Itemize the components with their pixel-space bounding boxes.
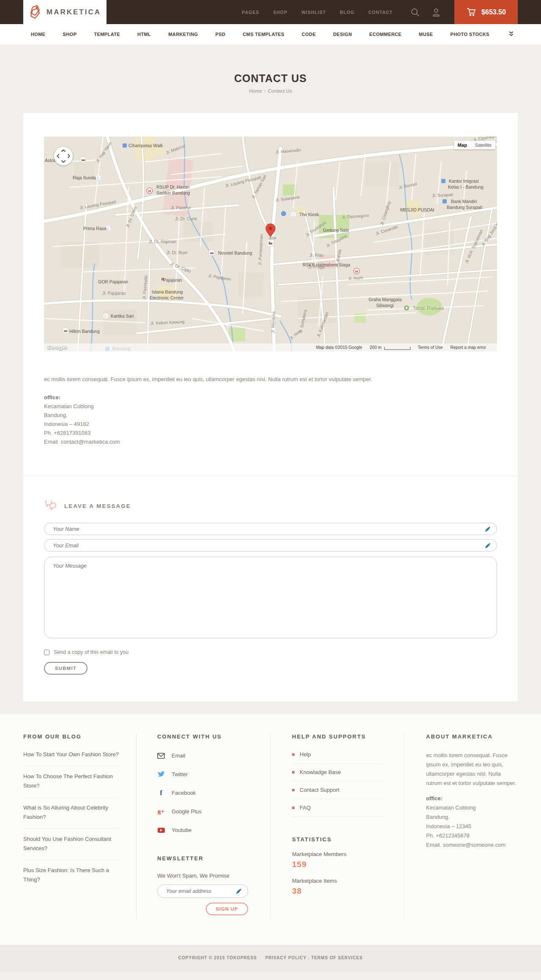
cart-button[interactable]: $653.50 [454, 0, 518, 24]
top-nav-link[interactable]: BLOG [340, 10, 354, 15]
signup-button[interactable]: SIGN UP [206, 903, 248, 915]
breadcrumb-current: Contact Us [268, 88, 292, 93]
map-label: Istana Bandung [152, 289, 183, 294]
svg-text:🍴: 🍴 [291, 213, 295, 217]
address-line: Ph. +62817391083 [44, 428, 497, 437]
map-label: RSUP Dr. Hasan [156, 184, 190, 189]
map-button[interactable]: Map [454, 141, 471, 149]
main-nav-link[interactable]: DESIGN [333, 32, 352, 37]
social-link-facebook[interactable]: fFacebook [157, 789, 270, 797]
facebook-icon: f [157, 789, 165, 797]
social-label: Twitter [172, 771, 188, 777]
address-line: Ph. +6212345678 [426, 831, 518, 840]
main-nav-link[interactable]: TEMPLATE [94, 32, 120, 37]
main-nav-link[interactable]: ECOMMERCE [369, 32, 402, 37]
newsletter-heading: NEWSLETTER [157, 855, 248, 862]
form-heading: LEAVE A MESSAGE [64, 503, 131, 509]
map-data-credit: Map data ©2015 Google [316, 345, 362, 350]
policy-links[interactable]: PRIVACY POLICY . TERMS OF SERVICES [265, 955, 363, 960]
stat-label: Marketplace Members [292, 851, 404, 857]
main-nav-link[interactable]: HTML [137, 32, 151, 37]
map-scalebar [384, 347, 410, 350]
help-link[interactable]: Contact Support [292, 781, 385, 799]
blog-link[interactable]: Plus Size Fashion: Is There Such a Thing… [23, 860, 120, 891]
social-link-twitter[interactable]: Twitter [157, 770, 270, 778]
google-map[interactable]: 🍴 🍴 🍴 🍴 H H [44, 137, 497, 351]
map-label: Prima Rasa [83, 226, 107, 231]
submit-button[interactable]: SUBMIT [44, 662, 87, 675]
blog-link[interactable]: How To Start Your Own Fashion Store? [23, 744, 120, 766]
message-textarea[interactable] [44, 557, 497, 638]
footer-connect-column: CONNECT WITH US EmailTwitterfFacebookg+G… [136, 733, 270, 920]
map-label: MESJID PUSDAI [400, 207, 434, 212]
connect-heading: CONNECT WITH US [157, 733, 270, 740]
pen-icon [236, 888, 241, 896]
main-nav-link[interactable]: PHOTO STOCKS [450, 32, 489, 37]
stat-row: Marketplace Items 38 [292, 878, 404, 896]
newsletter: NEWSLETTER We Won't Spam, We Promise SIG… [157, 855, 248, 915]
map-label: Bank Mandiri [451, 199, 477, 204]
satellite-button[interactable]: Satellite [471, 141, 495, 149]
chevron-down-icon[interactable] [509, 30, 514, 38]
email-input[interactable] [44, 539, 497, 552]
terms-of-use-link[interactable]: Terms of Use [418, 345, 443, 350]
main-nav-link[interactable]: CMS TEMPLATES [243, 32, 284, 37]
breadcrumb-separator: › [264, 88, 266, 93]
help-link[interactable]: Knowladge Base [292, 763, 385, 781]
top-nav-link[interactable]: WISHLIST [301, 10, 326, 15]
blog-link[interactable]: How To Choose The Perfect Fashion Store? [23, 766, 120, 797]
name-input[interactable] [44, 523, 497, 535]
map-label: Jl. Dr. Rum [167, 250, 187, 255]
top-nav-link[interactable]: PAGES [242, 10, 259, 15]
report-map-error-link[interactable]: Report a map error [451, 345, 486, 350]
map-label: Kartika Sari [111, 313, 134, 318]
main-nav-link[interactable]: SHOP [63, 32, 77, 37]
newsletter-email-input[interactable] [157, 884, 248, 898]
map-label: Pajajaran [163, 277, 182, 283]
twitter-icon [157, 771, 165, 777]
address-line: Indonesia – 12345 [426, 822, 518, 831]
breadcrumb-home-link[interactable]: Home [249, 88, 262, 93]
send-copy-label[interactable]: Send a copy of this email to you [54, 649, 128, 655]
social-link-youtube[interactable]: Youtube [157, 826, 270, 834]
square-bullet-icon [292, 807, 295, 809]
tag-icon [29, 5, 41, 19]
pen-icon [485, 543, 490, 550]
main-nav-link[interactable]: CODE [302, 32, 316, 37]
send-copy-checkbox[interactable] [44, 650, 49, 655]
google-logo[interactable]: Google [47, 344, 68, 350]
help-link[interactable]: Help [292, 746, 385, 763]
blog-link[interactable]: What is So Alluring About Celebrity Fash… [23, 797, 120, 829]
newsletter-tagline: We Won't Spam, We Promise [157, 873, 248, 879]
gplus-icon: g+ [157, 808, 165, 815]
search-icon[interactable] [410, 8, 420, 17]
square-bullet-icon [292, 789, 295, 791]
top-nav-link[interactable]: CONTACT [368, 10, 393, 15]
social-link-email[interactable]: Email [157, 752, 270, 760]
map-label: Cihampelas Walk [128, 143, 163, 148]
help-heading: HELP AND SUPPORTS [292, 733, 404, 740]
user-icon[interactable] [432, 8, 441, 17]
main-nav-link[interactable]: MUSE [419, 32, 433, 37]
map-label: Jl. Pajajaran [102, 291, 126, 296]
blog-list: How To Start Your Own Fashion Store?How … [23, 744, 136, 891]
breadcrumb: Home›Contact Us [0, 88, 541, 93]
main-nav-link[interactable]: HOME [31, 32, 46, 37]
svg-text:H: H [148, 189, 151, 193]
main-nav-link[interactable]: MARKETING [168, 32, 198, 37]
map-label: Jl. Aceh [348, 275, 363, 281]
blog-link[interactable]: Should You Use Fashion Consultant Servic… [23, 829, 120, 860]
map-label: Raja Sunda [73, 175, 96, 180]
social-label: Google Plus [172, 808, 202, 815]
main-nav-link[interactable]: PSD [215, 32, 225, 37]
map-canvas: 🍴 🍴 🍴 🍴 H H [44, 137, 497, 351]
stat-value: 159 [292, 860, 404, 869]
blog-heading: FROM OUR BLOG [23, 733, 136, 740]
logo[interactable]: MARKETICA [23, 0, 107, 24]
square-bullet-icon [292, 753, 295, 756]
top-nav-link[interactable]: SHOP [273, 10, 287, 15]
map-pan-control[interactable] [54, 147, 73, 165]
help-link[interactable]: FAQ [292, 799, 385, 817]
social-link-google-plus[interactable]: g+Google Plus [157, 807, 270, 815]
chat-bubbles-icon [44, 500, 57, 512]
